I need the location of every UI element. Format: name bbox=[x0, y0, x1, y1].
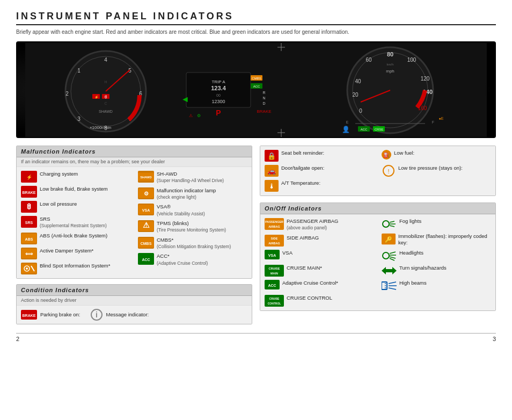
malfunction-header: Malfunction Indicators bbox=[17, 146, 252, 157]
svg-rect-135 bbox=[382, 282, 387, 289]
svg-text:CMBS: CMBS bbox=[252, 77, 261, 80]
message-indicator-label: Message indicator: bbox=[106, 312, 149, 318]
list-item: ⛽ Low fuel: bbox=[381, 148, 492, 163]
list-item: CMBS CMBS*(Collision Mitigation Braking … bbox=[137, 235, 248, 252]
shawd-label: SH-AWD(Super Handling-All Wheel Drive) bbox=[157, 171, 224, 184]
svg-text:⚡: ⚡ bbox=[26, 174, 33, 180]
svg-text:ACC: ACC bbox=[142, 258, 150, 262]
svg-text:3: 3 bbox=[77, 116, 81, 122]
passenger-airbag-icon: PASSENGER AIRBAG bbox=[265, 218, 284, 230]
check-engine-icon: ⚙ bbox=[138, 187, 154, 199]
svg-text:12300: 12300 bbox=[211, 99, 225, 104]
svg-text:R: R bbox=[262, 91, 265, 95]
svg-text:TRIP A: TRIP A bbox=[211, 79, 225, 84]
cmbs-label: CMBS*(Collision Mitigation Braking Syste… bbox=[157, 237, 231, 250]
svg-text:BRAKE: BRAKE bbox=[257, 109, 271, 114]
svg-text:123.4: 123.4 bbox=[211, 85, 226, 91]
cruise-control-label: CRUISE CONTROL bbox=[287, 295, 332, 301]
low-tire-pressure-label: Low tire pressure (stays on): bbox=[398, 165, 463, 171]
svg-text:1: 1 bbox=[77, 68, 81, 74]
charging-icon: ⚡ bbox=[21, 171, 37, 183]
page-wrapper: INSTRUMENT PANEL INDICATORS Briefly appe… bbox=[0, 0, 512, 353]
svg-line-129 bbox=[390, 252, 396, 254]
svg-text:4: 4 bbox=[104, 57, 107, 63]
turn-signals-icon bbox=[382, 265, 397, 277]
svg-line-139 bbox=[389, 282, 396, 284]
check-engine-label: Malfunction indicator lamp(check engine … bbox=[157, 187, 216, 201]
svg-text:MAIN: MAIN bbox=[270, 272, 278, 275]
onoff-section: On/Off Indicators PASSENGER AIRBAG bbox=[260, 202, 496, 311]
cruise-control-icon: CRUISE CONTROL bbox=[265, 295, 284, 307]
list-item: CRUISE MAIN CRUISE MAIN* bbox=[264, 263, 375, 278]
svg-text:🔑: 🔑 bbox=[385, 236, 392, 243]
svg-text:120: 120 bbox=[421, 76, 430, 82]
svg-text:ACC: ACC bbox=[268, 284, 276, 287]
adaptive-cruise-label: Adaptive Cruise Control* bbox=[282, 280, 338, 286]
vsa-malfunction-icon: VSA bbox=[138, 204, 154, 215]
svg-text:100: 100 bbox=[407, 57, 416, 63]
svg-text:BRAKE: BRAKE bbox=[23, 314, 36, 317]
turn-signals-label: Turn signals/hazards bbox=[399, 265, 447, 271]
parking-brake-icon: BRAKE bbox=[21, 310, 37, 320]
acc-malfunction-label: ACC*(Adaptive Cruise Control) bbox=[157, 253, 208, 266]
malfunction-left-items: ⚡ Charging system BRAKE Low brake fluid,… bbox=[20, 169, 131, 276]
list-item: CRUISE CONTROL CRUISE CONTROL bbox=[264, 293, 375, 308]
page-left: 2 bbox=[16, 336, 19, 342]
svg-text:P: P bbox=[216, 108, 221, 117]
list-item: 🔑 Immobilizer (flashes): improperly code… bbox=[381, 231, 492, 248]
svg-text:0: 0 bbox=[359, 108, 362, 114]
right-right-items: ⛽ Low fuel: ! Low tire pressure (st bbox=[381, 148, 492, 193]
svg-text:⚠: ⚠ bbox=[189, 113, 193, 118]
door-open-label: Door/tailgate open: bbox=[281, 165, 324, 171]
svg-text:mph: mph bbox=[386, 69, 394, 74]
side-airbag-icon: SIDE AIRBAG bbox=[265, 235, 284, 247]
right-column: 🔒 Seat belt reminder: 🚗 Door/tail bbox=[260, 146, 496, 324]
fog-lights-label: Fog lights bbox=[399, 218, 421, 225]
malfunction-right-items: SHAWD SH-AWD(Super Handling-All Wheel Dr… bbox=[137, 169, 248, 276]
svg-text:60: 60 bbox=[365, 57, 372, 63]
malfunction-body: ⚡ Charging system BRAKE Low brake fluid,… bbox=[17, 167, 252, 278]
page-title: INSTRUMENT PANEL INDICATORS bbox=[16, 11, 496, 25]
high-beams-label: High beams bbox=[399, 280, 427, 286]
malfunction-grid: ⚡ Charging system BRAKE Low brake fluid,… bbox=[20, 169, 248, 276]
list-item: 🔒 Seat belt reminder: bbox=[264, 148, 375, 163]
svg-point-128 bbox=[383, 252, 389, 259]
list-item: BRAKE Parking brake on: bbox=[21, 309, 80, 321]
svg-text:N: N bbox=[262, 96, 265, 100]
svg-text:40: 40 bbox=[355, 78, 361, 84]
svg-text:×1000r/min: ×1000r/min bbox=[90, 125, 111, 130]
vsa-onoff-label: VSA bbox=[282, 250, 292, 256]
svg-text:⚡: ⚡ bbox=[94, 95, 99, 99]
list-item: 🛢 Low oil pressure bbox=[20, 199, 131, 214]
list-item: ⚠ TPMS (blinks)(Tire Pressure Monitoring… bbox=[137, 219, 248, 235]
low-tire-pressure-icon: ! bbox=[382, 165, 396, 177]
svg-text:⚙: ⚙ bbox=[197, 113, 201, 118]
svg-line-123 bbox=[390, 221, 394, 222]
list-item: ⚡ Charging system bbox=[20, 169, 131, 184]
brake-fluid-icon: BRAKE bbox=[21, 186, 37, 198]
onoff-right-items: Fog lights 🔑 Immobilizer (flashes): impr… bbox=[381, 216, 492, 308]
onoff-left-items: PASSENGER AIRBAG PASSENGER AIRBAG(above … bbox=[264, 216, 375, 308]
cruise-main-label: CRUISE MAIN* bbox=[287, 265, 322, 271]
brake-fluid-label: Low brake fluid, Brake system bbox=[40, 186, 108, 192]
svg-point-78 bbox=[26, 267, 28, 270]
svg-text:km/h: km/h bbox=[386, 63, 393, 66]
svg-line-125 bbox=[390, 226, 394, 227]
page-right: 3 bbox=[493, 336, 496, 342]
vsa-malfunction-label: VSA®(Vehicle Stability Assist) bbox=[157, 204, 205, 217]
svg-text:PASSENGER: PASSENGER bbox=[265, 220, 283, 223]
svg-text:H: H bbox=[104, 80, 107, 84]
svg-text:2: 2 bbox=[65, 91, 69, 97]
list-item: SRS SRS(Supplemental Restraint System) bbox=[20, 214, 131, 231]
svg-text:ACC: ACC bbox=[361, 128, 368, 131]
malfunction-right-section: 🔒 Seat belt reminder: 🚗 Door/tail bbox=[260, 146, 496, 196]
svg-text:ABS: ABS bbox=[25, 237, 33, 241]
svg-rect-76 bbox=[21, 264, 36, 273]
headlights-icon bbox=[382, 250, 397, 262]
svg-text:AIRBAG: AIRBAG bbox=[268, 242, 280, 245]
svg-text:!: ! bbox=[387, 168, 389, 175]
svg-text:VSA: VSA bbox=[268, 254, 276, 257]
list-item: ⚙ Malfunction indicator lamp(check engin… bbox=[137, 186, 248, 202]
onoff-grid: PASSENGER AIRBAG PASSENGER AIRBAG(above … bbox=[264, 216, 492, 308]
active-damper-icon: ⟺ bbox=[21, 248, 37, 259]
